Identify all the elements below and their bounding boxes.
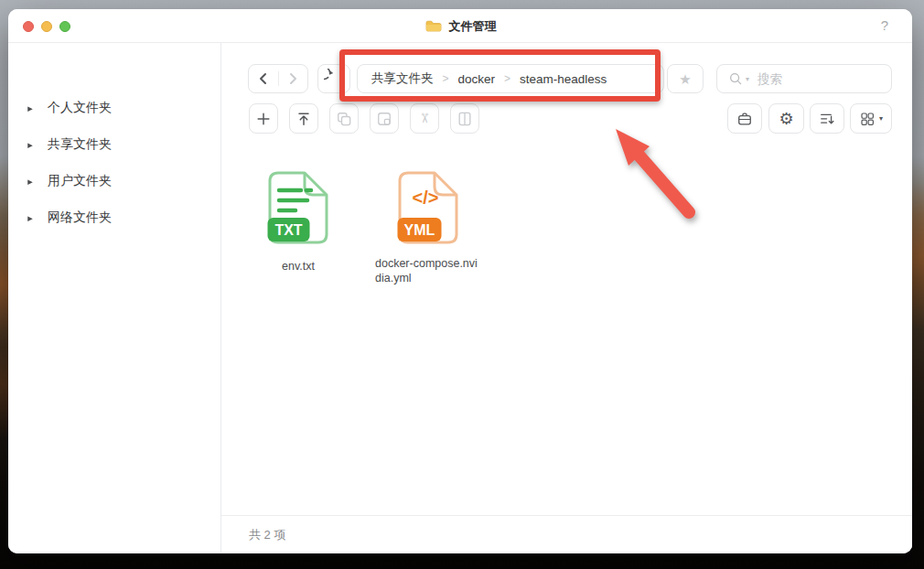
briefcase-icon [736, 110, 754, 128]
plus-icon [254, 110, 273, 128]
copy-button[interactable] [329, 103, 359, 134]
item-count: 共 2 项 [249, 527, 285, 543]
chevron-right-icon[interactable]: ▶ [27, 141, 33, 148]
file-badge: YML [404, 222, 435, 238]
sort-button[interactable] [810, 103, 844, 134]
move-to-icon [375, 110, 393, 128]
breadcrumb-separator: > [504, 72, 510, 85]
folder-icon [424, 19, 443, 33]
window-title-area: 文件管理 [8, 9, 912, 43]
gear-icon: ⚙ [779, 111, 793, 127]
chevron-right-icon[interactable]: ▶ [27, 177, 33, 185]
search-input[interactable] [757, 72, 867, 86]
main-panel: 共享文件夹 > docker > steam-headless ★ ▾ [221, 43, 912, 553]
desktop: { "window": { "title": "文件管理", "help_lab… [0, 0, 924, 569]
nav-history-group [248, 64, 308, 93]
refresh-button[interactable] [317, 64, 350, 93]
file-badge: TXT [274, 222, 302, 238]
chevron-right-icon[interactable]: ▶ [27, 214, 33, 221]
toolbox-button[interactable] [727, 103, 762, 134]
back-button[interactable] [249, 65, 278, 92]
window-title: 文件管理 [449, 18, 497, 35]
cut-button[interactable]: ✂ [410, 103, 439, 134]
scissors-icon: ✂ [417, 113, 431, 124]
file-name: docker-compose.nvidia.yml [375, 257, 481, 285]
settings-button[interactable]: ⚙ [768, 103, 804, 134]
sidebar-item-user[interactable]: ▶ 用户文件夹 [8, 169, 220, 193]
sidebar-item-network[interactable]: ▶ 网络文件夹 [8, 206, 220, 230]
breadcrumb-segment-docker[interactable]: docker [458, 72, 496, 86]
view-mode-button[interactable]: ▾ [850, 103, 892, 134]
search-icon [728, 71, 743, 86]
grid-view-icon [859, 111, 876, 127]
copy-icon [335, 110, 353, 128]
favorite-button[interactable]: ★ [667, 64, 704, 93]
file-item-env-txt[interactable]: TXT env.txt [245, 170, 351, 274]
star-icon: ★ [679, 72, 691, 86]
chevron-left-icon [253, 69, 274, 89]
file-manager-window: 文件管理 ? ▶ 个人文件夹 ▶ 共享文件夹 ▶ 用户文件夹 ▶ 网络文件夹 [8, 9, 912, 553]
paste-button[interactable] [450, 103, 479, 134]
sidebar-item-label: 个人文件夹 [48, 100, 112, 116]
window-body: ▶ 个人文件夹 ▶ 共享文件夹 ▶ 用户文件夹 ▶ 网络文件夹 [8, 43, 912, 553]
titlebar: 文件管理 ? [8, 9, 912, 43]
chevron-right-icon[interactable]: ▶ [27, 104, 33, 112]
file-item-docker-compose-yml[interactable]: </> YML docker-compose.nvidia.yml [375, 170, 481, 285]
sidebar-item-label: 共享文件夹 [48, 136, 112, 153]
sort-icon [818, 110, 836, 128]
sidebar-item-personal[interactable]: ▶ 个人文件夹 [8, 96, 220, 120]
breadcrumb: 共享文件夹 > docker > steam-headless [357, 64, 664, 93]
breadcrumb-segment-shared-folder[interactable]: 共享文件夹 [371, 70, 434, 87]
sidebar: ▶ 个人文件夹 ▶ 共享文件夹 ▶ 用户文件夹 ▶ 网络文件夹 [8, 43, 221, 553]
sidebar-item-label: 用户文件夹 [48, 173, 112, 189]
search-box[interactable]: ▾ [716, 64, 892, 93]
upload-icon [295, 110, 313, 128]
upload-button[interactable] [289, 103, 318, 134]
breadcrumb-segment-steam-headless[interactable]: steam-headless [520, 72, 607, 86]
paste-icon [456, 110, 474, 128]
help-button[interactable]: ? [881, 17, 888, 33]
sidebar-item-shared[interactable]: ▶ 共享文件夹 [8, 133, 220, 156]
new-item-button[interactable] [249, 103, 278, 134]
file-name: env.txt [282, 260, 315, 274]
status-bar: 共 2 项 [221, 515, 912, 553]
sidebar-item-label: 网络文件夹 [48, 209, 112, 226]
txt-file-icon: TXT [267, 170, 329, 245]
code-symbol: </> [413, 188, 439, 208]
yml-file-icon: </> YML [397, 170, 459, 245]
chevron-down-icon: ▾ [879, 114, 883, 123]
forward-button[interactable] [278, 65, 307, 92]
move-button[interactable] [370, 103, 399, 134]
chevron-right-icon [283, 69, 303, 89]
chevron-down-icon[interactable]: ▾ [746, 75, 749, 83]
refresh-icon [324, 69, 344, 89]
breadcrumb-separator: > [443, 72, 449, 85]
